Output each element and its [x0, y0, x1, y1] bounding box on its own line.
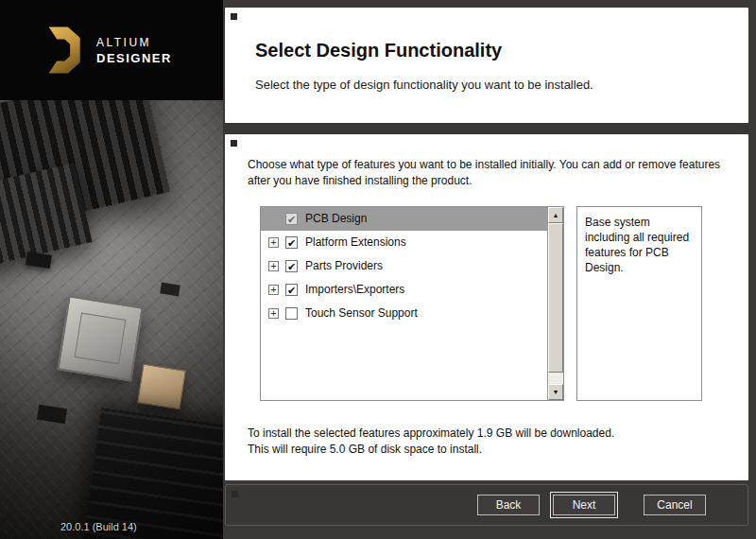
- page-title: Select Design Functionality: [255, 40, 722, 61]
- feature-checkbox[interactable]: ✔: [285, 260, 298, 272]
- feature-list-scrollbar[interactable]: ▲ ▼: [547, 207, 563, 400]
- feature-checkbox[interactable]: [285, 307, 298, 320]
- content-panel: Choose what type of features you want to…: [225, 134, 748, 480]
- scrollbar-thumb[interactable]: [548, 223, 563, 373]
- scroll-down-button[interactable]: ▼: [548, 384, 563, 400]
- feature-row[interactable]: +✔Importers\Exporters: [261, 278, 547, 302]
- cancel-button[interactable]: Cancel: [644, 495, 706, 515]
- selector-area: ✔PCB Design+✔Platform Extensions+✔Parts …: [260, 206, 726, 401]
- back-button[interactable]: Back: [477, 495, 540, 515]
- feature-label: Parts Providers: [305, 259, 383, 272]
- brand-wordmark: ALTIUM DESIGNER: [96, 36, 172, 65]
- version-label: 20.0.1 (Build 14): [60, 521, 137, 532]
- scroll-up-button[interactable]: ▲: [548, 207, 563, 223]
- panel-corner-decoration: [231, 140, 237, 147]
- feature-label: PCB Design: [305, 212, 367, 225]
- altium-logo-icon: [40, 25, 85, 76]
- brand-name-designer: DESIGNER: [96, 51, 172, 65]
- feature-label: Importers\Exporters: [305, 283, 404, 296]
- feature-checkbox[interactable]: ✔: [285, 284, 298, 296]
- next-button[interactable]: Next: [553, 495, 615, 515]
- brand-header: ALTIUM DESIGNER: [0, 0, 223, 100]
- panel-corner-decoration: [231, 13, 237, 20]
- expand-icon[interactable]: +: [268, 308, 279, 319]
- feature-row[interactable]: ✔PCB Design: [261, 207, 547, 231]
- feature-row[interactable]: +✔Parts Providers: [261, 254, 547, 278]
- feature-checkbox[interactable]: ✔: [285, 236, 298, 249]
- download-size-note: To install the selected features approxi…: [248, 426, 726, 442]
- feature-list[interactable]: ✔PCB Design+✔Platform Extensions+✔Parts …: [260, 206, 564, 401]
- install-notes: To install the selected features approxi…: [248, 426, 726, 459]
- feature-description-box: Base system including all required featu…: [576, 206, 702, 401]
- instructions-text: Choose what type of features you want to…: [248, 157, 726, 189]
- feature-rows: ✔PCB Design+✔Platform Extensions+✔Parts …: [261, 207, 547, 325]
- page-subtitle: Select the type of design functionality …: [255, 78, 722, 92]
- panel-corner-decoration: [232, 491, 238, 497]
- left-pane: ALTIUM DESIGNER 20.0.1 (Build 14): [0, 0, 223, 539]
- footer-panel: Back Next Cancel: [225, 484, 748, 526]
- brand-name-altium: ALTIUM: [96, 36, 172, 49]
- disk-space-note: This will require 5.0 GB of disk space t…: [248, 442, 726, 458]
- feature-checkbox[interactable]: ✔: [285, 213, 298, 225]
- expand-icon[interactable]: +: [268, 237, 279, 248]
- feature-label: Touch Sensor Support: [305, 306, 418, 320]
- header-panel: Select Design Functionality Select the t…: [225, 8, 748, 123]
- feature-row[interactable]: +✔Platform Extensions: [261, 231, 547, 254]
- feature-row[interactable]: +Touch Sensor Support: [261, 302, 547, 325]
- expand-icon[interactable]: +: [268, 285, 279, 295]
- feature-label: Platform Extensions: [305, 235, 406, 249]
- expand-icon[interactable]: +: [268, 261, 279, 271]
